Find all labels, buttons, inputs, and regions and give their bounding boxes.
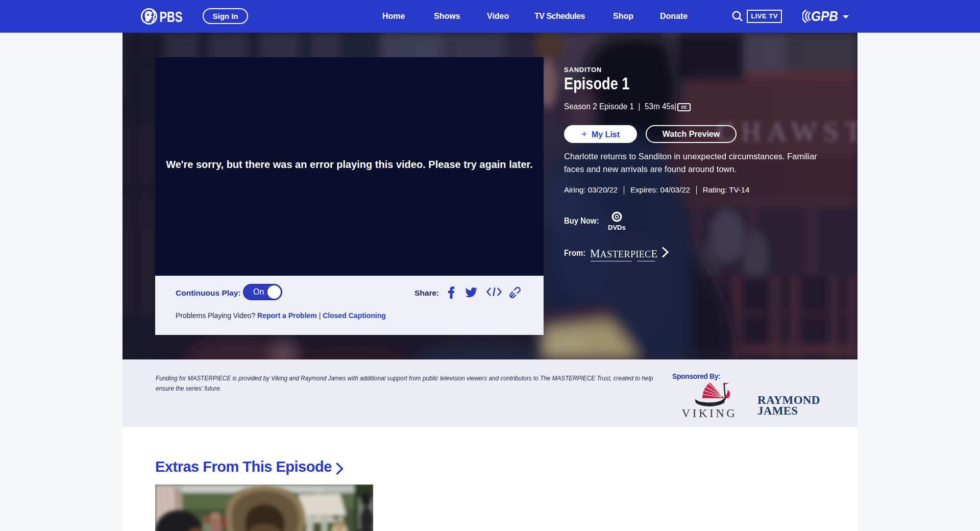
svg-text:PBS: PBS [160,9,183,25]
svg-text:VIKING: VIKING [682,407,738,420]
svg-text:GPB: GPB [811,8,838,24]
